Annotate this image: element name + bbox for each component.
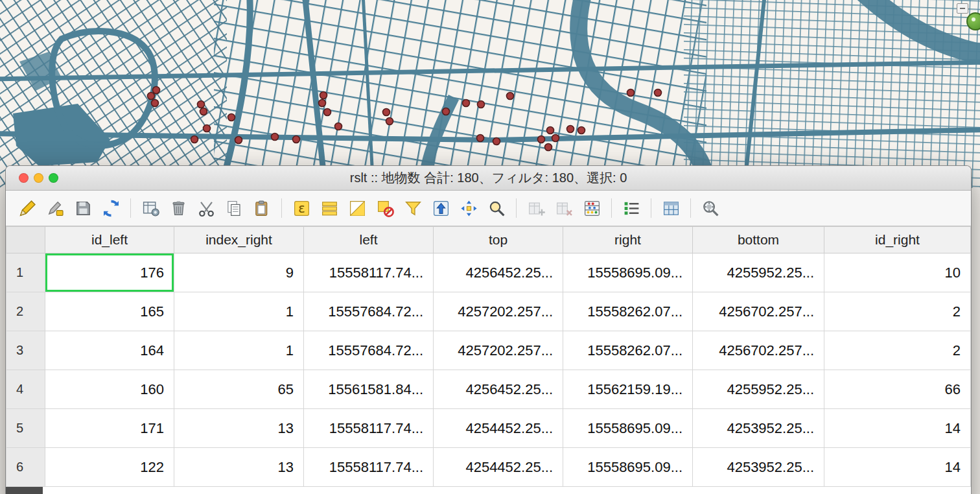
deselect-all-button[interactable] (373, 196, 397, 220)
feature-marker (493, 138, 500, 145)
cell-left[interactable]: 15557684.72... (304, 292, 434, 331)
column-header-top[interactable]: top (434, 227, 563, 253)
cell-top[interactable]: 4256452.25... (434, 370, 563, 409)
cell-bottom[interactable]: 4256702.257... (693, 292, 824, 331)
multiedit-mode-button[interactable] (43, 196, 67, 220)
cell-id_left[interactable]: 171 (45, 409, 174, 448)
cell-id_right[interactable]: 14 (824, 448, 971, 487)
row-number[interactable]: 6 (6, 448, 45, 487)
mini-window-control-icon[interactable] (957, 3, 968, 14)
field-calculator-button[interactable] (579, 196, 604, 220)
cell-index_right[interactable]: 1 (174, 331, 304, 370)
filter-form-button[interactable] (401, 196, 425, 220)
conditional-formatting-button[interactable] (619, 196, 644, 220)
row-number[interactable]: 4 (6, 370, 45, 409)
cell-id_right[interactable]: 14 (824, 409, 971, 448)
table-bottom-bar (6, 487, 971, 494)
toggle-editing-button[interactable] (15, 196, 40, 220)
toolbar-separator (130, 198, 131, 218)
cell-right[interactable]: 15558262.07... (563, 331, 693, 370)
feature-marker (272, 134, 279, 141)
cell-left[interactable]: 15561581.84... (304, 370, 434, 409)
cell-right[interactable]: 15562159.19... (563, 370, 693, 409)
cell-left[interactable]: 15558117.74... (304, 448, 434, 487)
cell-bottom[interactable]: 4255952.25... (693, 370, 824, 409)
cell-bottom[interactable]: 4255952.25... (693, 253, 824, 292)
column-header-id_right[interactable]: id_right (824, 227, 971, 253)
column-header-bottom[interactable]: bottom (693, 227, 824, 253)
cell-left[interactable]: 15558117.74... (304, 409, 434, 448)
cell-id_right[interactable]: 10 (824, 253, 971, 292)
cell-left[interactable]: 15558117.74... (304, 253, 434, 292)
cell-index_right[interactable]: 13 (174, 409, 304, 448)
row-number[interactable]: 3 (6, 331, 45, 370)
close-button[interactable] (19, 173, 29, 183)
delete-selected-button[interactable] (166, 196, 191, 220)
table-actions-button[interactable] (698, 196, 723, 220)
zoom-to-selection-button[interactable] (484, 196, 509, 220)
select-all-button[interactable] (317, 196, 342, 220)
cell-index_right[interactable]: 1 (174, 292, 304, 331)
cell-id_right[interactable]: 66 (824, 370, 971, 409)
feature-marker (324, 109, 331, 116)
pan-to-selection-button[interactable] (456, 196, 481, 220)
new-record-button[interactable] (138, 196, 163, 220)
column-header-id_left[interactable]: id_left (45, 227, 174, 253)
cell-id_left[interactable]: 165 (45, 292, 174, 331)
column-header-index_right[interactable]: index_right (174, 227, 304, 253)
copy-rows-button[interactable] (222, 196, 246, 220)
select-by-expression-button[interactable]: ε (289, 196, 314, 220)
traffic-lights (19, 166, 58, 190)
move-selection-to-top-button[interactable] (428, 196, 453, 220)
cell-id_right[interactable]: 2 (824, 292, 971, 331)
cell-index_right[interactable]: 13 (174, 448, 304, 487)
row-number[interactable]: 5 (6, 409, 45, 448)
invert-selection-button[interactable] (345, 196, 369, 220)
cell-top[interactable]: 4254452.25... (434, 409, 563, 448)
paste-rows-button[interactable] (250, 196, 274, 220)
attribute-table: id_leftindex_rightlefttoprightbottomid_r… (6, 226, 971, 487)
column-header-right[interactable]: right (563, 227, 693, 253)
delete-field-button[interactable] (552, 196, 576, 220)
cell-top[interactable]: 4257202.257... (434, 331, 563, 370)
dock-table-button[interactable] (659, 196, 683, 220)
titlebar[interactable]: rslt :: 地物数 合計: 180、フィルタ: 180、選択: 0 (6, 166, 971, 191)
cut-rows-button[interactable] (194, 196, 218, 220)
cell-bottom[interactable]: 4253952.25... (693, 448, 824, 487)
cell-left[interactable]: 15557684.72... (304, 331, 434, 370)
cell-bottom[interactable]: 4256702.257... (693, 331, 824, 370)
cell-index_right[interactable]: 65 (174, 370, 304, 409)
minimize-button[interactable] (34, 173, 43, 183)
feature-marker (383, 109, 390, 116)
save-edits-button[interactable] (71, 196, 95, 220)
corner-header[interactable] (6, 227, 45, 253)
paste-rows-icon (253, 199, 272, 218)
new-field-button[interactable] (524, 196, 548, 220)
zoom-button[interactable] (49, 173, 58, 183)
column-header-left[interactable]: left (304, 227, 434, 253)
cell-right[interactable]: 15558695.09... (563, 253, 693, 292)
cell-id_left[interactable]: 122 (45, 448, 174, 487)
row-number[interactable]: 2 (6, 292, 45, 331)
feature-marker (320, 92, 327, 99)
cell-index_right[interactable]: 9 (174, 253, 304, 292)
toolbar: ε (6, 191, 971, 226)
feature-marker (567, 126, 574, 133)
row-number[interactable]: 1 (6, 253, 45, 292)
cell-right[interactable]: 15558262.07... (563, 292, 693, 331)
cell-bottom[interactable]: 4253952.25... (693, 409, 824, 448)
cell-top[interactable]: 4257202.257... (434, 292, 563, 331)
cell-top[interactable]: 4254452.25... (434, 448, 563, 487)
refresh-button[interactable] (99, 196, 123, 220)
cell-right[interactable]: 15558695.09... (563, 409, 693, 448)
cell-top[interactable]: 4256452.25... (434, 253, 563, 292)
selected-cell[interactable]: 176 (45, 253, 174, 292)
conditional-formatting-icon (622, 199, 641, 218)
feature-marker (293, 136, 300, 143)
cell-right[interactable]: 15558695.09... (563, 448, 693, 487)
select-all-icon (320, 199, 339, 218)
cell-id_right[interactable]: 2 (824, 331, 971, 370)
cell-id_left[interactable]: 164 (45, 331, 174, 370)
cell-id_left[interactable]: 160 (45, 370, 174, 409)
feature-marker (319, 100, 326, 107)
